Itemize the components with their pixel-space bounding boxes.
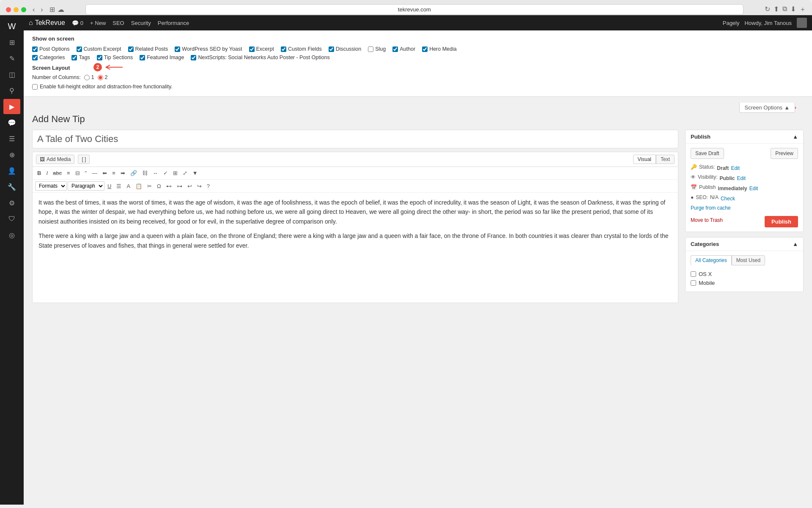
checkbox-nextscripts[interactable]: NextScripts: Social Networks Auto Poster… <box>191 55 329 60</box>
distraction-free-checkbox[interactable]: Enable full-height editor and distractio… <box>32 84 804 90</box>
tab-visual[interactable]: Visual <box>633 155 656 164</box>
col1-radio[interactable]: 1 <box>84 74 94 80</box>
hr-button[interactable]: — <box>90 169 99 178</box>
sidebar-item-dashboard[interactable]: ⊞ <box>3 35 20 50</box>
screen-options-tab[interactable]: Screen Options ▲ <box>739 103 795 113</box>
sidebar-item-appearance[interactable]: ☰ <box>3 131 20 146</box>
col2-radio[interactable]: 2 <box>98 74 108 80</box>
share-icon[interactable]: ⬆ <box>774 5 779 14</box>
sidebar-item-shield[interactable]: 🛡 <box>3 211 20 227</box>
align-center-button[interactable]: ≡ <box>110 169 118 178</box>
indent-button[interactable]: ⊷ <box>164 182 174 191</box>
table-button[interactable]: ⊞ <box>171 169 180 178</box>
checkbox-slug[interactable]: Slug <box>368 46 386 52</box>
checkbox-author[interactable]: Author <box>392 46 415 52</box>
add-media-button[interactable]: 🖼 Add Media <box>36 155 74 164</box>
checkbox-custom-excerpt[interactable]: Custom Excerpt <box>77 46 121 52</box>
visibility-edit-link[interactable]: Edit <box>737 175 746 181</box>
tabs-icon[interactable]: ⧉ <box>782 5 787 14</box>
checkbox-hero-media[interactable]: Hero Media <box>422 46 457 52</box>
sidebar-item-tools[interactable]: 🔧 <box>3 179 20 194</box>
toolbar-toggle-button[interactable]: ▼ <box>190 169 200 178</box>
publish-button[interactable]: Publish <box>765 216 798 227</box>
performance-link[interactable]: Performance <box>158 20 189 26</box>
sidebar-item-settings[interactable]: ⚙ <box>3 195 20 210</box>
save-draft-button[interactable]: Save Draft <box>691 148 724 159</box>
minimize-button[interactable] <box>14 7 19 12</box>
collapse-categories-icon[interactable]: ▲ <box>793 241 798 247</box>
post-title-input[interactable] <box>32 130 678 148</box>
maximize-button[interactable] <box>21 7 26 12</box>
align-right-button[interactable]: ➡ <box>118 169 127 178</box>
sidebar-item-links[interactable]: ⚲ <box>3 83 20 98</box>
link-button[interactable]: 🔗 <box>128 169 139 178</box>
reload-icon[interactable]: ↻ <box>765 5 770 14</box>
publish-edit-link[interactable]: Edit <box>749 186 758 191</box>
checkbox-related-posts[interactable]: Related Posts <box>128 46 168 52</box>
fullscreen-button[interactable]: ⤢ <box>181 169 189 178</box>
editor-body[interactable]: It was the best of times, it was the wor… <box>33 193 678 303</box>
back-button[interactable]: ‹ <box>30 5 37 14</box>
url-bar[interactable]: tekrevue.com <box>85 4 743 15</box>
paragraph-select[interactable]: Paragraph <box>68 181 104 191</box>
sidebar-item-tips[interactable]: ▶ <box>3 99 20 114</box>
strikethrough-button[interactable]: abc <box>51 169 64 178</box>
text-color-button[interactable]: A <box>124 182 132 191</box>
checkbox-custom-fields[interactable]: Custom Fields <box>281 46 322 52</box>
tab-text[interactable]: Text <box>656 155 675 164</box>
sidebar-wp-logo[interactable]: W <box>3 19 20 34</box>
category-item-osx[interactable]: OS X <box>691 270 798 279</box>
preview-button[interactable]: Preview <box>771 148 798 159</box>
redo-button[interactable]: ↪ <box>195 182 204 191</box>
italic-button[interactable]: I <box>44 169 50 178</box>
security-link[interactable]: Security <box>131 20 151 26</box>
unordered-list-button[interactable]: ≡ <box>65 169 72 178</box>
outdent-button[interactable]: ⊶ <box>175 182 184 191</box>
comments-link[interactable]: 💬 0 <box>72 20 83 26</box>
formats-select[interactable]: Formats <box>35 181 67 191</box>
ordered-list-button[interactable]: ⊟ <box>73 169 82 178</box>
sidebar-item-posts[interactable]: ✎ <box>3 51 20 66</box>
align-left-button[interactable]: ⬅ <box>100 169 109 178</box>
checkbox-featured-image[interactable]: Featured Image <box>140 55 184 60</box>
bold-button[interactable]: B <box>35 169 43 178</box>
sidebar-item-media[interactable]: ◫ <box>3 67 20 82</box>
help-button[interactable]: ? <box>205 182 212 191</box>
download-icon[interactable]: ⬇ <box>790 5 796 14</box>
sidebar-item-circle[interactable]: ◎ <box>3 227 20 243</box>
seo-check-link[interactable]: Check <box>721 196 735 202</box>
blockquote-button[interactable]: " <box>83 169 89 178</box>
sidebar-item-users[interactable]: 👤 <box>3 163 20 178</box>
checkbox-post-options[interactable]: Post Options <box>32 46 70 52</box>
forward-button[interactable]: › <box>38 5 45 14</box>
justify-button[interactable]: ☰ <box>114 182 123 191</box>
bracket-button[interactable]: [ ] <box>78 155 90 164</box>
insert-more-button[interactable]: ↔ <box>151 169 160 178</box>
move-trash-link[interactable]: Move to Trash <box>691 217 723 223</box>
checkbox-excerpt[interactable]: Excerpt <box>249 46 274 52</box>
paste-button[interactable]: 📋 <box>133 182 144 191</box>
site-name[interactable]: ⌂ TekRevue <box>29 19 65 27</box>
spellcheck-button[interactable]: ✓ <box>161 169 170 178</box>
checkbox-wp-seo[interactable]: WordPress SEO by Yoast <box>175 46 242 52</box>
tab-all-categories[interactable]: All Categories <box>691 255 732 265</box>
checkbox-tip-sections[interactable]: Tip Sections <box>97 55 133 60</box>
seo-link[interactable]: SEO <box>112 20 124 26</box>
underline-button[interactable]: U <box>105 182 113 191</box>
add-tab-icon[interactable]: ＋ <box>799 5 806 14</box>
checkbox-discussion[interactable]: Discussion <box>329 46 361 52</box>
special-chars-button[interactable]: Ω <box>155 182 163 191</box>
unlink-button[interactable]: ⛓ <box>140 169 150 178</box>
collapse-icon[interactable]: ▲ <box>793 134 798 140</box>
undo-button[interactable]: ↩ <box>185 182 194 191</box>
category-item-mobile[interactable]: Mobile <box>691 279 798 287</box>
sidebar-item-plugins[interactable]: ⊕ <box>3 147 20 162</box>
purge-cache-link[interactable]: Purge from cache <box>691 205 798 211</box>
checkbox-categories[interactable]: Categories <box>32 55 65 60</box>
sidebar-item-comments[interactable]: 💬 <box>3 115 20 130</box>
cleanup-button[interactable]: ✂ <box>145 182 154 191</box>
new-link[interactable]: + New <box>90 20 106 26</box>
tab-most-used[interactable]: Most Used <box>732 255 765 265</box>
checkbox-tags[interactable]: Tags <box>71 55 90 60</box>
status-edit-link[interactable]: Edit <box>731 165 740 171</box>
